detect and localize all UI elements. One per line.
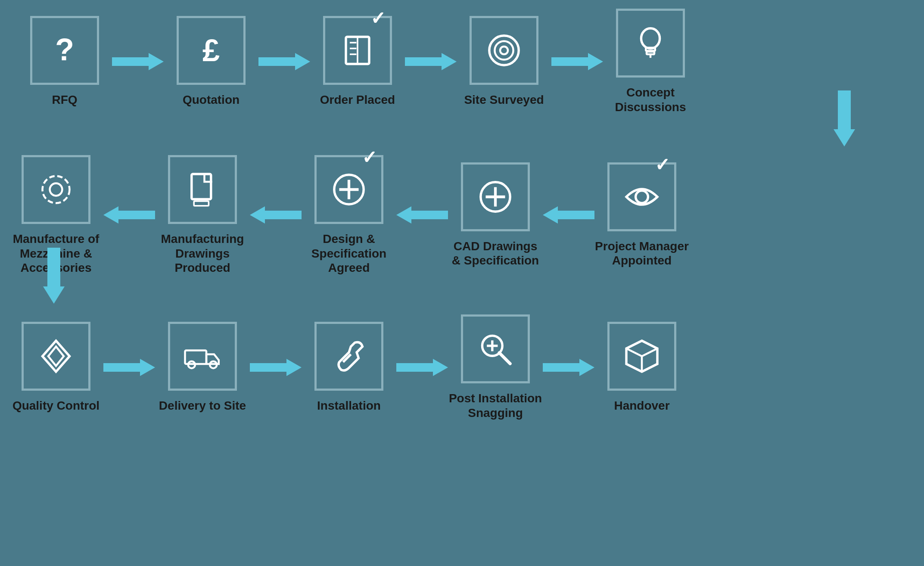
svg-marker-48: [543, 359, 594, 376]
order-placed-label: Order Placed: [310, 93, 405, 107]
mfg-drawings-label: Manufacturing Drawings Produced: [155, 232, 250, 275]
step-concept-discussions: Concept Discussions: [603, 9, 698, 114]
step-box-delivery: [168, 322, 237, 391]
plus-circle-icon: [330, 170, 368, 209]
svg-marker-9: [405, 53, 457, 70]
qc-label: Quality Control: [9, 398, 103, 413]
arrow-cad-design: [396, 204, 448, 226]
step-box-snagging: [461, 314, 530, 383]
step-post-installation: Post Installation Snagging: [448, 314, 543, 420]
svg-marker-1: [112, 53, 164, 70]
svg-marker-24: [250, 206, 302, 224]
step-cad-drawings: CAD Drawings & Specification: [448, 162, 543, 268]
svg-point-20: [50, 183, 62, 196]
step-box-pm: ✓: [607, 162, 676, 231]
step-quotation: £ Quotation: [164, 16, 258, 107]
arrow-order-site: [405, 51, 457, 72]
arrow-mfg-manufacture: [103, 204, 155, 226]
arrow-pm-cad: [543, 204, 594, 226]
step-delivery: Delivery to Site: [155, 322, 250, 413]
row-1: ? RFQ £ Quotation: [17, 9, 924, 114]
installation-label: Installation: [302, 398, 396, 413]
handover-label: Handover: [594, 398, 689, 413]
step-box-manufacture: [22, 155, 90, 224]
step-box-design: ✓: [314, 155, 383, 224]
search-plus-icon: [476, 330, 515, 368]
checkmark-order: ✓: [370, 9, 386, 28]
question-icon: ?: [45, 31, 84, 70]
box-icon: [622, 337, 661, 376]
arrow-design-mfg: [250, 204, 302, 226]
svg-rect-16: [647, 52, 654, 54]
svg-rect-22: [192, 174, 211, 199]
target-icon: [485, 31, 523, 70]
step-box-rfq: ?: [30, 16, 99, 85]
arrow-rfq-quotation: [112, 51, 164, 72]
svg-point-11: [495, 41, 513, 59]
svg-text:?: ?: [55, 32, 74, 66]
concept-discussions-label: Concept Discussions: [603, 85, 698, 114]
step-installation: Installation: [302, 322, 396, 413]
gear-icon: [37, 170, 75, 209]
svg-point-33: [636, 190, 648, 203]
svg-point-14: [641, 28, 660, 49]
step-box-concept: [616, 9, 685, 78]
arrow-site-concept: [551, 51, 603, 72]
svg-marker-3: [258, 53, 310, 70]
svg-marker-36: [48, 346, 64, 366]
svg-point-12: [500, 47, 508, 54]
design-spec-label: Design & Specification Agreed: [302, 232, 396, 275]
svg-marker-32: [543, 206, 594, 224]
step-box-quotation: £: [177, 16, 246, 85]
checkmark-design: ✓: [362, 149, 377, 167]
svg-marker-37: [103, 359, 155, 376]
step-rfq: ? RFQ: [17, 16, 112, 107]
delivery-label: Delivery to Site: [155, 398, 250, 413]
svg-point-19: [43, 176, 70, 203]
svg-marker-41: [250, 359, 302, 376]
snagging-label: Post Installation Snagging: [448, 391, 543, 420]
svg-line-45: [499, 353, 510, 364]
svg-point-10: [489, 36, 519, 65]
step-box-site: [470, 16, 538, 85]
step-quality-control: Quality Control: [9, 322, 103, 413]
pound-icon: £: [192, 31, 230, 70]
diamond-icon: [37, 337, 75, 376]
step-box-order: ✓: [323, 16, 392, 85]
step-design-spec: ✓ Design & Specification Agreed: [302, 155, 396, 275]
book-icon: [338, 31, 377, 70]
cad-drawings-label: CAD Drawings & Specification: [448, 239, 543, 268]
step-box-installation: [314, 322, 383, 391]
arrow-down-concept: [834, 90, 855, 148]
pm-label: Project Manager Appointed: [594, 239, 689, 268]
site-surveyed-label: Site Surveyed: [457, 93, 551, 107]
svg-marker-28: [396, 206, 448, 224]
step-handover: Handover: [594, 322, 689, 413]
bulb-icon: [631, 24, 670, 62]
row-3: Quality Control Delivery to: [9, 314, 924, 420]
step-site-surveyed: Site Surveyed: [457, 16, 551, 107]
svg-line-51: [642, 348, 657, 356]
arrow-snagging-handover: [543, 357, 594, 378]
svg-rect-23: [194, 201, 208, 206]
eye-icon: [622, 177, 661, 216]
wrench-icon: [330, 337, 368, 376]
step-box-mfg-drawings: [168, 155, 237, 224]
truck-icon: [183, 337, 222, 376]
svg-marker-21: [103, 206, 155, 224]
arrow-down-manufacture: [43, 248, 65, 305]
step-mfg-drawings: Manufacturing Drawings Produced: [155, 155, 250, 275]
svg-marker-18: [834, 90, 855, 146]
arrow-qc-delivery: [103, 357, 155, 378]
quotation-label: Quotation: [164, 93, 258, 107]
step-box-cad: [461, 162, 530, 231]
rfq-label: RFQ: [17, 93, 112, 107]
plus-circle2-icon: [476, 177, 515, 216]
document-icon: [183, 170, 222, 209]
step-project-manager: ✓ Project Manager Appointed: [594, 162, 689, 268]
step-box-handover: [607, 322, 676, 391]
checkmark-pm: ✓: [655, 156, 670, 174]
arrow-quotation-order: [258, 51, 310, 72]
svg-marker-43: [396, 359, 448, 376]
svg-marker-13: [551, 53, 603, 70]
